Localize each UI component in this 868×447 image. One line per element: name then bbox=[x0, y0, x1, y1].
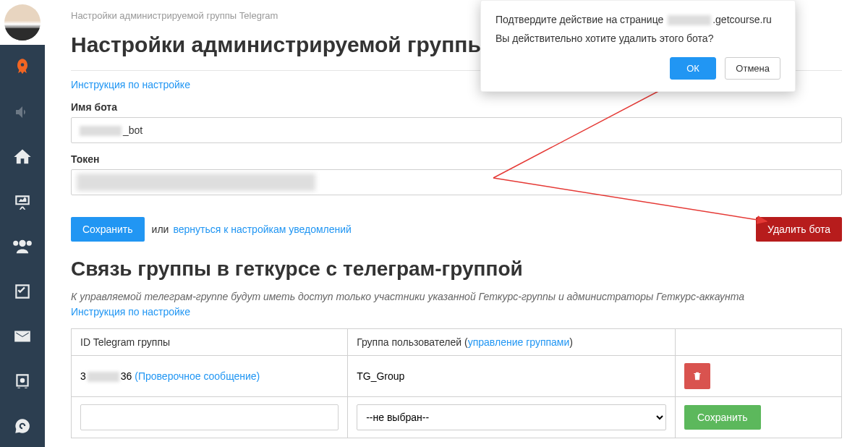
sidebar-item-safe[interactable] bbox=[0, 359, 45, 404]
checkbox-icon bbox=[13, 282, 32, 301]
token-label: Токен bbox=[71, 153, 842, 165]
chat-icon bbox=[13, 417, 32, 435]
col-actions bbox=[676, 329, 842, 356]
delete-row-button[interactable] bbox=[684, 363, 710, 389]
or-text: или bbox=[152, 224, 169, 235]
rocket-icon bbox=[12, 57, 33, 77]
dialog-cancel-button[interactable]: Отмена bbox=[725, 57, 780, 80]
home-icon bbox=[12, 147, 33, 167]
users-icon bbox=[12, 237, 33, 257]
instruction-link[interactable]: Инструкция по настройке bbox=[71, 79, 190, 90]
mail-icon bbox=[13, 327, 32, 346]
sidebar-item-users[interactable] bbox=[0, 224, 45, 269]
cell-actions bbox=[676, 356, 842, 397]
sidebar-item-chat[interactable] bbox=[0, 404, 45, 447]
token-field-wrap bbox=[71, 169, 842, 195]
presentation-icon bbox=[13, 192, 32, 211]
sidebar-item-chart[interactable] bbox=[0, 179, 45, 224]
table-row-new: --не выбран-- Сохранить bbox=[72, 397, 842, 438]
action-row: Сохранить или вернуться к настройкам уве… bbox=[71, 217, 842, 242]
groups-table: ID Telegram группы Группа пользователей … bbox=[71, 328, 842, 438]
megaphone-icon bbox=[14, 103, 31, 121]
col-telegram-id: ID Telegram группы bbox=[72, 329, 348, 356]
group-select[interactable]: --не выбран-- bbox=[357, 404, 666, 430]
sidebar-item-mail[interactable] bbox=[0, 314, 45, 359]
sidebar bbox=[0, 45, 45, 447]
confirm-dialog: Подтвердите действие на странице .getcou… bbox=[480, 0, 796, 92]
bot-name-label: Имя бота bbox=[71, 101, 842, 113]
new-id-input[interactable] bbox=[80, 404, 339, 430]
section-note: К управляемой телеграм-группе будут имет… bbox=[71, 291, 842, 302]
sidebar-item-sound[interactable] bbox=[0, 90, 45, 135]
safe-icon bbox=[13, 372, 32, 391]
manage-groups-link[interactable]: управление группами bbox=[468, 336, 570, 348]
save-row-button[interactable]: Сохранить bbox=[684, 405, 761, 430]
cell-save: Сохранить bbox=[676, 397, 842, 438]
bot-name-input[interactable] bbox=[71, 117, 842, 143]
delete-bot-button[interactable]: Удалить бота bbox=[756, 217, 842, 242]
user-avatar bbox=[4, 4, 41, 41]
save-button[interactable]: Сохранить bbox=[71, 217, 145, 242]
sidebar-item-tasks[interactable] bbox=[0, 269, 45, 314]
instruction-link-2[interactable]: Инструкция по настройке bbox=[71, 306, 190, 318]
return-link[interactable]: вернуться к настройкам уведомлений bbox=[173, 224, 352, 235]
cell-group-name: TG_Group bbox=[348, 356, 676, 397]
trash-icon bbox=[692, 371, 702, 381]
sidebar-item-home[interactable] bbox=[0, 135, 45, 179]
cell-telegram-id: 336 (Проверочное сообщение) bbox=[72, 356, 348, 397]
dialog-ok-button[interactable]: ОК bbox=[670, 57, 716, 80]
test-message-link[interactable]: (Проверочное сообщение) bbox=[135, 370, 260, 382]
dialog-message: Вы действительно хотите удалить этого бо… bbox=[495, 33, 780, 44]
section-title: Связь группы в геткурсе с телеграм-групп… bbox=[71, 257, 842, 281]
avatar-block[interactable] bbox=[0, 0, 45, 45]
dialog-buttons: ОК Отмена bbox=[495, 57, 780, 80]
col-user-group: Группа пользователей (управление группам… bbox=[348, 329, 676, 356]
bot-name-field-wrap: _bot bbox=[71, 117, 842, 143]
sidebar-item-rocket[interactable] bbox=[0, 45, 45, 90]
dialog-title: Подтвердите действие на странице .getcou… bbox=[495, 14, 780, 25]
table-row: 336 (Проверочное сообщение) TG_Group bbox=[72, 356, 842, 397]
cell-input bbox=[72, 397, 348, 438]
cell-select: --не выбран-- bbox=[348, 397, 676, 438]
